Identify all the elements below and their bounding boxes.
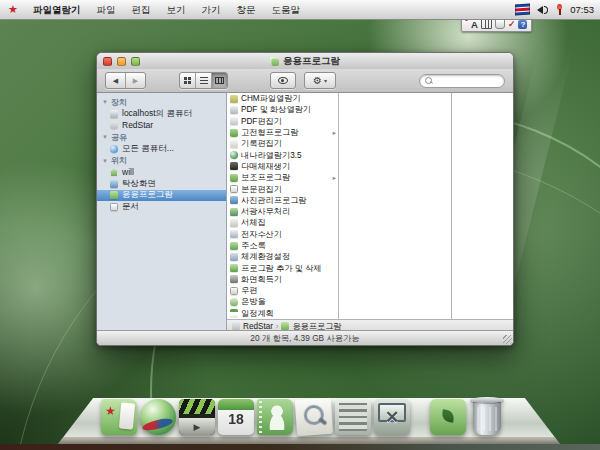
applications-icon (110, 191, 118, 199)
icon-view-icon (184, 77, 191, 84)
sidebar-item[interactable]: 응용프로그람 (97, 190, 226, 202)
file-manager[interactable] (101, 399, 137, 437)
pdf-viewer-icon (230, 106, 238, 114)
home-icon (110, 168, 118, 176)
sidebar-item-label: localhost의 콤퓨터 (122, 108, 192, 120)
file-item[interactable]: PDF편집기 (227, 116, 338, 127)
search-field (419, 74, 505, 88)
action-menu-button[interactable]: ⚙▾ (304, 72, 336, 89)
sidebar-item-label: 탁상화면 (122, 178, 156, 190)
sidebar-item[interactable]: localhost의 콤퓨터 (97, 108, 226, 120)
disclosure-triangle-icon: ▼ (102, 134, 108, 140)
search-input[interactable] (435, 76, 495, 86)
file-item[interactable]: 프로그람 추가 및 삭제 (227, 262, 338, 273)
file-list-column: CHM파일열람기PDF 및 화상열람기PDF편집기고전형프로그람▸기록편집기내나… (227, 93, 339, 330)
naenara-browser[interactable] (140, 399, 176, 437)
file-menu[interactable]: 파일 (88, 0, 123, 19)
address-book[interactable] (257, 399, 293, 437)
file-item[interactable]: 주소록 (227, 240, 338, 251)
file-name: 사진관리프로그람 (241, 195, 307, 206)
help-menu[interactable]: 도움말 (263, 0, 308, 19)
flag-icon[interactable] (515, 3, 530, 15)
sidebar-item[interactable]: RedStar (97, 120, 226, 132)
go-menu[interactable]: 가기 (193, 0, 228, 19)
sidebar: ▼장치localhost의 콤퓨터RedStar▼공유모든 콤퓨터...▼위치w… (97, 93, 227, 330)
edit-menu[interactable]: 편집 (123, 0, 158, 19)
sidebar-item-label: 응용프로그람 (122, 189, 173, 201)
quick-look-button[interactable] (270, 72, 296, 89)
torch-icon[interactable] (556, 4, 563, 16)
column-view-button[interactable] (212, 73, 227, 88)
zoom-button[interactable] (131, 57, 140, 66)
file-item[interactable]: 서광사무처리 (227, 206, 338, 217)
trash[interactable] (469, 399, 505, 437)
file-name: 서광사무처리 (241, 206, 290, 217)
file-search[interactable] (296, 399, 332, 437)
calendar[interactable]: 18 (218, 399, 254, 437)
empty-column (339, 93, 452, 330)
file-name: 체계환경설정 (241, 251, 290, 262)
system-tray: 07:53 (515, 4, 594, 16)
file-item[interactable]: 다매체재생기 (227, 161, 338, 172)
file-item[interactable]: 일정계획 (227, 308, 338, 319)
empty-column (452, 93, 513, 330)
sidebar-section-header[interactable]: ▼공유 (97, 131, 226, 143)
sidebar-section-header[interactable]: ▼장치 (97, 96, 226, 108)
desktop-icon (110, 180, 118, 188)
keyboard-layout-icon[interactable] (481, 19, 492, 29)
sidebar-item[interactable]: 모든 콤퓨터... (97, 143, 226, 155)
icon-view-button[interactable] (180, 73, 196, 88)
disk-icon (110, 121, 118, 129)
chevron-down-icon: ▾ (324, 77, 327, 84)
file-name: 화면획득기 (241, 274, 282, 285)
forward-button[interactable]: ▶ (126, 73, 145, 88)
file-item[interactable]: PDF 및 화상열람기 (227, 104, 338, 115)
list-view-button[interactable] (196, 73, 212, 88)
chevron-right-icon: ▸ (333, 129, 336, 137)
file-item[interactable]: 내나라열람기3.5 (227, 149, 338, 160)
minimize-button[interactable] (117, 57, 126, 66)
file-name: 은방울 (241, 296, 266, 307)
file-item[interactable]: 우편 (227, 285, 338, 296)
file-item[interactable]: 보조프로그람▸ (227, 172, 338, 183)
help-icon[interactable]: ? (518, 20, 527, 29)
red-star-logo-icon[interactable]: ★ (8, 0, 18, 19)
system-settings[interactable] (374, 399, 410, 437)
back-button[interactable]: ◀ (106, 73, 126, 88)
file-item[interactable]: 은방울 (227, 296, 338, 307)
toolbar: ◀ ▶ ⚙▾ (97, 69, 513, 93)
app-menu[interactable]: 파일열람기 (25, 0, 89, 19)
title-bar[interactable]: 응용프로그람 (97, 53, 513, 70)
file-item[interactable]: 사진관리프로그람 (227, 195, 338, 206)
file-name: 우편 (241, 285, 257, 296)
file-item[interactable]: 전자수산기 (227, 229, 338, 240)
file-item[interactable]: 체계환경설정 (227, 251, 338, 262)
file-item[interactable]: 화면획득기 (227, 274, 338, 285)
file-name: 일정계획 (241, 308, 274, 319)
volume-icon[interactable] (537, 5, 549, 15)
browser-globe-icon (140, 399, 176, 435)
sidebar-item[interactable]: 탁상화면 (97, 178, 226, 190)
file-item[interactable]: 본문편집기 (227, 183, 338, 194)
file-item[interactable]: CHM파일열람기 (227, 93, 338, 104)
latin-mode-icon[interactable]: A (471, 19, 478, 30)
sidebar-item-label: will (122, 167, 134, 177)
file-item[interactable]: 고전형프로그람▸ (227, 127, 338, 138)
file-item[interactable]: 서체집 (227, 217, 338, 228)
calculator[interactable] (335, 399, 371, 437)
sidebar-section-header[interactable]: ▼위치 (97, 155, 226, 167)
sidebar-item[interactable]: 문서 (97, 201, 226, 213)
sidebar-item[interactable]: will (97, 167, 226, 179)
media-player[interactable] (179, 399, 215, 437)
check-icon[interactable]: ✓ (508, 19, 516, 29)
text-editor-icon (230, 185, 238, 193)
view-menu[interactable]: 보기 (158, 0, 193, 19)
close-button[interactable] (103, 57, 112, 66)
resize-grip[interactable] (503, 335, 512, 344)
green-app[interactable] (430, 399, 466, 437)
input-pad-icon[interactable] (495, 19, 505, 29)
chevron-right-icon: ▸ (333, 174, 336, 182)
window-menu[interactable]: 창문 (228, 0, 263, 19)
file-name: 내나라열람기3.5 (241, 150, 302, 161)
file-item[interactable]: 기록편집기 (227, 138, 338, 149)
